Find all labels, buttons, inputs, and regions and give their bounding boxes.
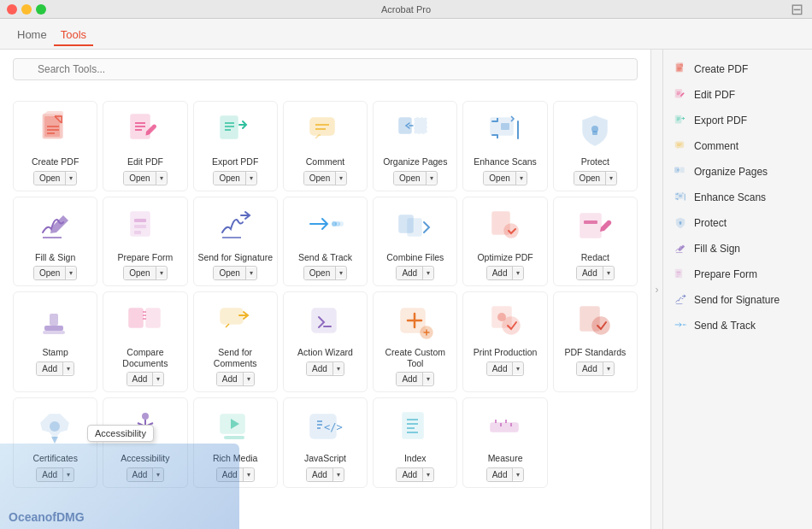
tool-item-fill-sign[interactable]: Fill & Sign Open ▾ (13, 197, 97, 287)
tool-btn-prepare-form[interactable]: Open ▾ (123, 266, 167, 280)
tool-btn-stamp[interactable]: Add ▾ (36, 361, 74, 376)
tool-item-compare-docs[interactable]: Compare Documents Add ▾ (103, 291, 187, 392)
tool-item-stamp[interactable]: Stamp Add ▾ (13, 291, 97, 392)
tool-btn-arrow-pdf-standards[interactable]: ▾ (603, 363, 614, 374)
tool-btn-print-production[interactable]: Add ▾ (486, 361, 525, 376)
tool-btn-label-protect[interactable]: Open (574, 172, 606, 185)
tool-btn-edit-pdf[interactable]: Open ▾ (123, 171, 167, 185)
search-input[interactable] (13, 58, 638, 80)
tool-btn-label-create-custom[interactable]: Add (397, 373, 423, 385)
tool-btn-label-enhance-scans[interactable]: Open (484, 172, 515, 185)
tool-btn-fill-sign[interactable]: Open ▾ (33, 266, 77, 280)
tool-btn-send-comments[interactable]: Add ▾ (216, 372, 255, 386)
tool-btn-label-edit-pdf[interactable]: Open (124, 172, 156, 185)
tool-btn-arrow-compare-docs[interactable]: ▾ (153, 373, 163, 385)
tool-btn-arrow-accessibility[interactable]: ▾ (153, 469, 163, 480)
tool-btn-arrow-certificates[interactable]: ▾ (63, 469, 74, 480)
tool-btn-arrow-send-signature[interactable]: ▾ (246, 267, 256, 279)
sidebar-item-organize-pages[interactable]: Organize Pages (663, 159, 812, 185)
tool-btn-label-fill-sign[interactable]: Open (34, 267, 66, 279)
tool-item-organize-pages[interactable]: Organize Pages Open ▾ (373, 101, 457, 191)
tool-item-send-comments[interactable]: Send for Comments Add ▾ (193, 291, 278, 392)
tool-btn-label-index[interactable]: Add (397, 468, 423, 481)
sidebar-item-export-pdf[interactable]: Export PDF (663, 108, 812, 133)
tool-btn-arrow-measure[interactable]: ▾ (513, 469, 523, 480)
tool-btn-arrow-protect[interactable]: ▾ (606, 173, 616, 184)
tool-item-send-track[interactable]: Send & Track Open ▾ (283, 197, 368, 287)
tool-btn-label-redact[interactable]: Add (577, 267, 603, 279)
tool-btn-label-certificates[interactable]: Add (37, 468, 63, 481)
tool-btn-label-combine-files[interactable]: Add (397, 267, 423, 279)
tool-item-certificates[interactable]: Certificates Add ▾ (13, 397, 97, 488)
tool-btn-index[interactable]: Add ▾ (396, 467, 434, 482)
sidebar-collapse[interactable]: › (650, 50, 662, 529)
tool-btn-arrow-create-custom[interactable]: ▾ (423, 373, 433, 385)
nav-tools[interactable]: Tools (54, 25, 93, 46)
sidebar-item-send-track[interactable]: Send & Track (663, 313, 812, 338)
tool-item-index[interactable]: Index Add ▾ (373, 397, 457, 488)
tool-btn-combine-files[interactable]: Add ▾ (396, 266, 434, 280)
tool-btn-label-print-production[interactable]: Add (487, 362, 514, 375)
tool-btn-label-pdf-standards[interactable]: Add (577, 362, 603, 375)
tool-btn-arrow-send-comments[interactable]: ▾ (244, 373, 254, 385)
tool-item-javascript[interactable]: </> JavaScript Add ▾ (283, 397, 368, 488)
tool-btn-label-send-comments[interactable]: Add (217, 373, 244, 385)
tool-btn-accessibility[interactable]: Add ▾ (127, 467, 165, 482)
tool-btn-pdf-standards[interactable]: Add ▾ (576, 361, 615, 376)
tool-btn-label-send-track[interactable]: Open (304, 267, 336, 279)
tool-btn-label-prepare-form[interactable]: Open (124, 267, 156, 279)
tool-btn-label-compare-docs[interactable]: Add (127, 373, 154, 385)
tool-btn-arrow-export-pdf[interactable]: ▾ (246, 173, 256, 184)
tool-item-create-pdf[interactable]: Create PDF Open ▾ (13, 101, 97, 191)
tool-btn-send-track[interactable]: Open ▾ (303, 266, 347, 280)
tool-btn-enhance-scans[interactable]: Open ▾ (483, 171, 527, 185)
sidebar-item-fill-sign[interactable]: Fill & Sign (663, 236, 812, 262)
window-action-icon[interactable]: ⊟ (791, 0, 803, 19)
sidebar-item-prepare-form[interactable]: Prepare Form (663, 262, 812, 287)
tool-item-rich-media[interactable]: Rich Media Add ▾ (193, 397, 278, 488)
tool-btn-arrow-javascript[interactable]: ▾ (333, 469, 344, 480)
tool-btn-compare-docs[interactable]: Add ▾ (127, 372, 165, 386)
nav-home[interactable]: Home (10, 25, 54, 46)
maximize-button[interactable] (36, 4, 46, 15)
tool-btn-arrow-optimize-pdf[interactable]: ▾ (513, 267, 523, 279)
tool-item-prepare-form[interactable]: Prepare Form Open ▾ (103, 197, 187, 287)
tool-item-protect[interactable]: Protect Open ▾ (553, 101, 638, 191)
tool-btn-arrow-redact[interactable]: ▾ (603, 267, 614, 279)
tool-item-send-signature[interactable]: Send for Signature Open ▾ (193, 197, 278, 287)
tool-btn-create-pdf[interactable]: Open ▾ (33, 171, 77, 185)
tool-item-enhance-scans[interactable]: Enhance Scans Open ▾ (462, 101, 547, 191)
sidebar-item-create-pdf[interactable]: Create PDF (663, 56, 812, 82)
tool-item-accessibility[interactable]: Accessibility Add ▾ (103, 397, 187, 488)
tool-btn-label-optimize-pdf[interactable]: Add (487, 267, 514, 279)
tool-btn-arrow-fill-sign[interactable]: ▾ (66, 267, 76, 279)
tool-btn-arrow-action-wizard[interactable]: ▾ (333, 363, 344, 374)
tool-btn-optimize-pdf[interactable]: Add ▾ (486, 266, 525, 280)
tool-btn-label-javascript[interactable]: Add (307, 468, 333, 481)
tool-btn-arrow-create-pdf[interactable]: ▾ (66, 173, 76, 184)
tool-btn-label-comment[interactable]: Open (304, 172, 336, 185)
tool-btn-label-accessibility[interactable]: Add (127, 468, 154, 481)
tool-btn-redact[interactable]: Add ▾ (576, 266, 615, 280)
tool-btn-label-send-signature[interactable]: Open (214, 267, 245, 279)
tool-btn-organize-pages[interactable]: Open ▾ (393, 171, 437, 185)
tool-btn-arrow-send-track[interactable]: ▾ (336, 267, 346, 279)
tool-btn-arrow-organize-pages[interactable]: ▾ (427, 173, 437, 184)
tool-item-optimize-pdf[interactable]: Optimize PDF Add ▾ (462, 197, 547, 287)
sidebar-item-protect[interactable]: Protect (663, 210, 812, 236)
tool-btn-javascript[interactable]: Add ▾ (306, 467, 344, 482)
tool-btn-certificates[interactable]: Add ▾ (36, 467, 74, 482)
tool-btn-measure[interactable]: Add ▾ (486, 467, 525, 482)
tool-btn-create-custom[interactable]: Add ▾ (396, 372, 434, 386)
minimize-button[interactable] (21, 4, 32, 15)
tool-btn-arrow-prepare-form[interactable]: ▾ (156, 267, 167, 279)
tool-btn-label-organize-pages[interactable]: Open (394, 172, 426, 185)
tool-btn-export-pdf[interactable]: Open ▾ (213, 171, 256, 185)
sidebar-item-send-signature[interactable]: Send for Signature (663, 287, 812, 313)
tool-btn-label-create-pdf[interactable]: Open (34, 172, 66, 185)
tool-btn-label-rich-media[interactable]: Add (217, 468, 244, 481)
tool-item-measure[interactable]: Measure Add ▾ (462, 397, 547, 488)
tool-btn-arrow-print-production[interactable]: ▾ (513, 363, 523, 374)
tool-btn-arrow-comment[interactable]: ▾ (336, 173, 346, 184)
tool-btn-label-export-pdf[interactable]: Open (214, 172, 245, 185)
